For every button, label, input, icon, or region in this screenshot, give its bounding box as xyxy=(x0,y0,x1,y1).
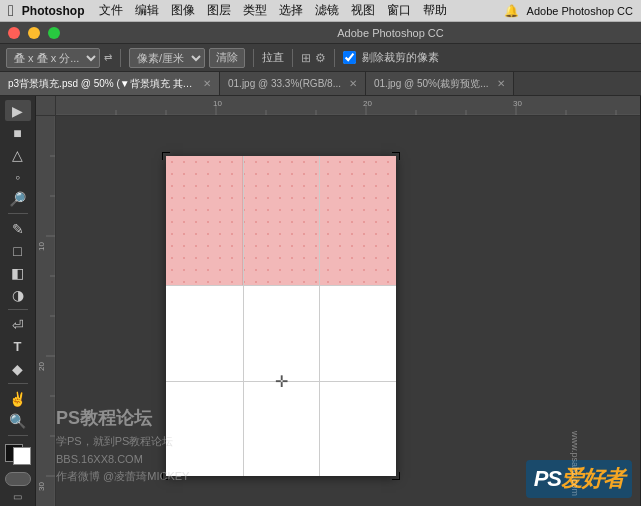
tool-separator-1 xyxy=(8,213,28,214)
tool-separator-4 xyxy=(8,435,28,436)
document-canvas: ✛ xyxy=(166,156,396,476)
notification-icon[interactable]: 🔔 xyxy=(504,4,519,18)
svg-text:20: 20 xyxy=(363,99,372,108)
watermark-line1: 学PS，就到PS教程论坛 xyxy=(56,433,189,451)
website-text: www.psahz.com xyxy=(570,431,580,496)
ruler-corner xyxy=(36,96,56,116)
text-tool[interactable]: T xyxy=(5,336,31,357)
tab-p3[interactable]: p3背景填充.psd @ 50% (▼背景填充 其实就是改变背景的图案做, 我个… xyxy=(0,72,220,95)
tab-label-01-50: 01.jpg @ 50%(裁剪预览... xyxy=(374,77,489,91)
unit-select[interactable]: 像素/厘米 xyxy=(129,48,205,68)
swap-arrow-icon: ⇄ xyxy=(104,52,112,63)
lasso-tool[interactable]: △ xyxy=(5,144,31,165)
window-minimize-button[interactable] xyxy=(28,27,40,39)
settings-icon[interactable]: ⚙ xyxy=(315,51,326,65)
crop-checkbox[interactable] xyxy=(343,51,356,64)
window-maximize-button[interactable] xyxy=(48,27,60,39)
apple-menu[interactable]:  xyxy=(8,2,14,20)
tab-01-50[interactable]: 01.jpg @ 50%(裁剪预览... ✕ xyxy=(366,72,514,95)
watermark: PS教程论坛 学PS，就到PS教程论坛 BBS.16XX8.COM 作者微博 @… xyxy=(56,404,189,486)
tab-close-01-33[interactable]: ✕ xyxy=(349,78,357,89)
menu-image[interactable]: 图像 xyxy=(171,2,195,19)
svg-text:30: 30 xyxy=(37,482,46,491)
zoom-tool[interactable]: 🔍 xyxy=(5,410,31,431)
pen-tool[interactable]: ⏎ xyxy=(5,314,31,335)
tabs-bar: p3背景填充.psd @ 50% (▼背景填充 其实就是改变背景的图案做, 我个… xyxy=(0,72,641,96)
menu-help[interactable]: 帮助 xyxy=(423,2,447,19)
app-name: Photoshop xyxy=(22,4,85,18)
eyedropper-tool[interactable]: 🔎 xyxy=(5,188,31,209)
menu-layer[interactable]: 图层 xyxy=(207,2,231,19)
tool-separator-3 xyxy=(8,383,28,384)
title-bar: Adobe Photoshop CC xyxy=(0,22,641,44)
left-toolbar: ▶ ■ △ ◦ 🔎 ✎ □ ◧ ◑ ⏎ T ◆ ✌ 🔍 ▭ xyxy=(0,96,36,506)
crop-tool[interactable]: ◦ xyxy=(5,166,31,187)
tab-close-01-50[interactable]: ✕ xyxy=(497,78,505,89)
tab-label-01-33: 01.jpg @ 33.3%(RGB/8... xyxy=(228,78,341,89)
watermark-line3: 作者微博 @凌蕾琦MICKEY xyxy=(56,468,189,486)
menu-type[interactable]: 类型 xyxy=(243,2,267,19)
quick-mask-btn[interactable] xyxy=(5,472,31,486)
screen-mode-btn[interactable]: ▭ xyxy=(13,491,22,502)
separator xyxy=(120,49,121,67)
marquee-tool[interactable]: ■ xyxy=(5,122,31,143)
separator4 xyxy=(334,49,335,67)
grid-line-v2 xyxy=(319,156,320,285)
grid-line-h1 xyxy=(166,381,396,382)
separator2 xyxy=(253,49,254,67)
menubar-right: 🔔 Adobe Photoshop CC xyxy=(504,4,633,18)
white-layer: ✛ xyxy=(166,286,396,476)
brush-tool[interactable]: ✎ xyxy=(5,218,31,239)
shape-tool[interactable]: ◆ xyxy=(5,358,31,379)
menu-select[interactable]: 选择 xyxy=(279,2,303,19)
main-area: ▶ ■ △ ◦ 🔎 ✎ □ ◧ ◑ ⏎ T ◆ ✌ 🔍 ▭ xyxy=(0,96,641,506)
color-swatches[interactable] xyxy=(5,444,31,465)
hand-tool[interactable]: ✌ xyxy=(5,388,31,409)
window-title: Adobe Photoshop CC xyxy=(148,27,633,39)
svg-text:20: 20 xyxy=(37,362,46,371)
tab-label-p3: p3背景填充.psd @ 50% (▼背景填充 其实就是改变背景的图案做, 我个… xyxy=(8,77,195,91)
crop-label: 剔除裁剪的像素 xyxy=(362,50,439,65)
menu-filter[interactable]: 滤镜 xyxy=(315,2,339,19)
pattern-fill-layer xyxy=(166,156,396,286)
eraser-tool[interactable]: □ xyxy=(5,240,31,261)
separator3 xyxy=(292,49,293,67)
menu-file[interactable]: 文件 xyxy=(99,2,123,19)
tab-01-33[interactable]: 01.jpg @ 33.3%(RGB/8... ✕ xyxy=(220,72,366,95)
canvas-area: 10 20 30 10 xyxy=(36,96,640,506)
watermark-line2: BBS.16XX8.COM xyxy=(56,451,189,469)
grid-icon: ⊞ xyxy=(301,51,311,65)
gradient-tool[interactable]: ◧ xyxy=(5,262,31,283)
svg-text:10: 10 xyxy=(37,242,46,251)
tab-close-p3[interactable]: ✕ xyxy=(203,78,211,89)
menu-bar:  Photoshop 文件 编辑 图像 图层 类型 选择 滤镜 视图 窗口 帮… xyxy=(0,0,641,22)
ruler-horizontal: 10 20 30 xyxy=(56,96,640,116)
window-close-button[interactable] xyxy=(8,27,20,39)
grid-line-v1 xyxy=(243,156,244,285)
preset-select[interactable]: 叠 x 叠 x 分... xyxy=(6,48,100,68)
tool-separator-2 xyxy=(8,309,28,310)
watermark-title: PS教程论坛 xyxy=(56,404,189,433)
menu-window[interactable]: 窗口 xyxy=(387,2,411,19)
menu-edit[interactable]: 编辑 xyxy=(135,2,159,19)
ruler-vertical: 10 20 30 xyxy=(36,116,56,506)
clear-button[interactable]: 清除 xyxy=(209,48,245,68)
options-bar: 叠 x 叠 x 分... ⇄ 像素/厘米 清除 拉直 ⊞ ⚙ 剔除裁剪的像素 xyxy=(0,44,641,72)
move-tool[interactable]: ▶ xyxy=(5,100,31,121)
svg-text:10: 10 xyxy=(213,99,222,108)
adobe-icon: Adobe Photoshop CC xyxy=(527,5,633,17)
menu-view[interactable]: 视图 xyxy=(351,2,375,19)
background-color[interactable] xyxy=(13,447,31,465)
dodge-tool[interactable]: ◑ xyxy=(5,284,31,305)
mode-label: 拉直 xyxy=(262,50,284,65)
svg-text:30: 30 xyxy=(513,99,522,108)
